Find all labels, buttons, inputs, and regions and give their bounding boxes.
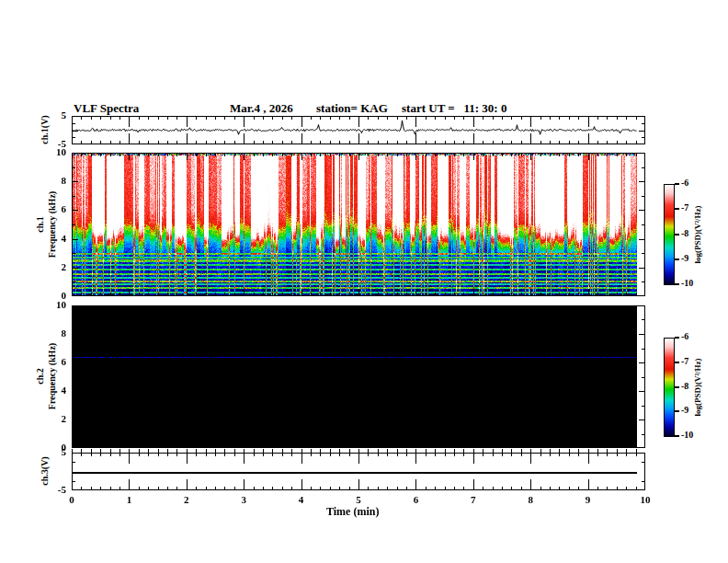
colorbar-tick-label: -8	[681, 381, 688, 391]
station-label: station= KAG	[316, 101, 388, 116]
colorbar-tick-label: -6	[681, 178, 688, 188]
x-tick-label: 1	[119, 494, 139, 505]
ch2_spec-ytick-label: 2	[44, 413, 66, 424]
colorbar-ch1-canvas	[664, 184, 675, 285]
colorbar-tick-label: -10	[681, 278, 693, 288]
ch2-spectrogram-panel-canvas	[72, 305, 645, 448]
colorbar-tick	[675, 410, 679, 412]
start-ut-label: start UT = 11: 30: 0	[402, 101, 506, 116]
x-tick-label: 10	[635, 494, 655, 505]
ch1_spec-ytick-label: 4	[44, 233, 66, 244]
x-tick-label: 8	[520, 494, 540, 505]
colorbar-tick	[675, 208, 679, 210]
x-tick-label: 9	[578, 494, 598, 505]
ch1-spectrogram-panel	[72, 153, 645, 296]
colorbar-tick	[675, 283, 679, 285]
ch3-waveform-panel-canvas	[72, 453, 645, 490]
ch2_spec-ytick-label: 0	[44, 442, 66, 453]
colorbar-tick-label: -7	[681, 202, 688, 213]
date-label: Mar.4 , 2026	[230, 101, 293, 116]
x-tick-label: 7	[463, 494, 483, 505]
colorbar-tick	[675, 386, 679, 388]
colorbar-ch2-canvas	[664, 338, 675, 437]
colorbar-tick	[675, 259, 679, 260]
time-axis-label: Time (min)	[326, 505, 379, 519]
ch1-spectrogram-panel-canvas	[72, 153, 645, 296]
colorbar-tick	[675, 183, 679, 185]
x-tick-label: 6	[405, 494, 426, 505]
colorbar-tick-label: -10	[681, 430, 693, 440]
x-tick-label: 3	[233, 494, 254, 505]
colorbar-tick-label: -9	[681, 253, 688, 263]
x-tick-label: 0	[62, 494, 82, 505]
ch1-waveform-panel-canvas	[72, 116, 645, 144]
colorbar-tick	[675, 337, 679, 339]
colorbar-ch1-unit-label: log(PSD)(V²/Hz)	[693, 184, 702, 285]
colorbar-tick	[675, 435, 679, 437]
ch2_spec-ytick-label: 6	[44, 356, 66, 367]
ch2_spec-ytick-label: 8	[44, 327, 66, 339]
ch2_spec-ytick-label: 10	[44, 299, 66, 310]
ch1_spec-ytick-label: 2	[44, 261, 66, 272]
x-tick-label: 5	[348, 494, 369, 505]
colorbar-tick	[675, 362, 679, 363]
colorbar-ch1	[664, 184, 675, 285]
colorbar-tick-label: -7	[681, 356, 688, 366]
colorbar-tick-label: -8	[681, 228, 688, 238]
colorbar-ch2	[664, 338, 675, 437]
x-tick-label: 4	[291, 494, 312, 505]
ch1_spec-ytick-label: 8	[44, 175, 66, 186]
colorbar-ch2-unit-label: log(PSD)(V²/Hz)	[693, 337, 702, 438]
colorbar-tick-label: -6	[681, 331, 688, 341]
ch1-waveform-panel	[72, 116, 645, 144]
ch1_spec-ytick-label: 10	[44, 146, 66, 157]
colorbar-tick-label: -9	[681, 405, 688, 415]
ch1_spec-ytick-label: 6	[44, 203, 66, 214]
vlf-spectra-page: { "chart_data": { "type": "heatmap", "ti…	[0, 0, 728, 563]
ch2-spectrogram-panel	[72, 305, 645, 448]
colorbar-tick	[675, 234, 679, 236]
plot-title: VLF Spectra	[74, 101, 139, 116]
ch1_wave-ymax-label: 5	[44, 109, 66, 121]
x-tick-label: 2	[176, 494, 197, 505]
ch2_spec-ytick-label: 4	[44, 385, 66, 396]
ch3-waveform-panel	[72, 453, 645, 490]
